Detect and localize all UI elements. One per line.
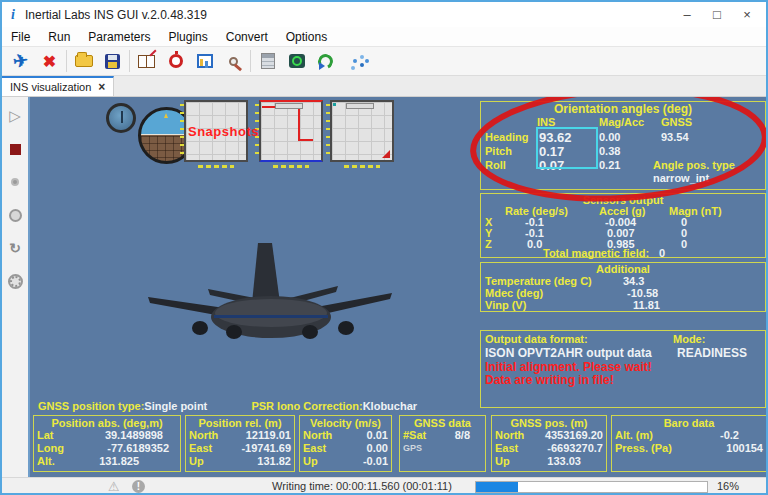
output-format-panel: Output data format: Mode: ISON OPVT2AHR … [480,330,766,408]
save-button[interactable] [98,48,127,74]
compass-button[interactable] [4,270,26,292]
vinp-label: Vinp (V) [485,299,526,311]
up-value: -0.01 [363,455,388,468]
north-label: North [303,429,332,442]
warning-triangle-icon: ⚠ [108,479,120,494]
east-value: -19741.69 [241,442,291,455]
device-power-button[interactable] [282,48,311,74]
writing-warning-text: Data are writing in file! [485,373,614,387]
disconnect-x-icon: ✖ [43,52,56,71]
thumbnail-marks [332,102,392,158]
col-header-magacc: Mag/Acc [599,116,644,128]
tab-bar: INS visualization × [2,76,766,97]
save-floppy-icon [105,54,120,69]
toolbar-separator [129,50,130,72]
convert-button[interactable] [311,48,340,74]
disconnect-button[interactable]: ✖ [35,48,64,74]
calculator-button[interactable] [253,48,282,74]
angle-pos-type-label: Angle pos. type [653,159,735,171]
mdec-value: -10.58 [627,287,658,299]
chart-thumbnail-3[interactable] [330,100,394,162]
tools-button[interactable] [219,48,248,74]
thumbnail-caption [344,165,380,168]
timer-button[interactable] [161,48,190,74]
chart-thumbnail-2[interactable] [259,100,323,162]
gnss-position-type-value: Single point [144,400,207,412]
baro-press-value: 100154 [726,442,763,455]
options-button[interactable] [340,48,369,74]
iono-correction-label: PSR Iono Correction: [251,400,362,412]
total-magnetic-label: Total magnetic field: [543,247,649,259]
temperature-label: Temperature (deg C) [485,275,592,287]
left-toolbar: ▷ ↻ [2,97,30,477]
additional-panel: Additional Temperature (deg C) 34.3 Mdec… [480,262,766,312]
menu-bar: File Run Parameters Plugins Convert Opti… [2,27,766,46]
clock-button[interactable] [4,204,26,226]
connect-button[interactable]: ✈ [6,48,35,74]
sat-count-label: #Sat [403,429,426,442]
thumbnail-legend [275,103,303,109]
tab-ins-visualization[interactable]: INS visualization × [2,76,114,96]
menu-file[interactable]: File [2,28,39,46]
writing-time-text: Writing time: 00:00:11.560 (00:01:11) [252,480,472,492]
heading-gnss-value: 93.54 [661,131,689,143]
z-magn-value: 0 [681,238,687,250]
up-value: 133.03 [547,455,581,468]
connect-airplane-icon: ✈ [11,49,29,73]
alignment-warning-text: Initial alignment. Please wait! [485,360,652,374]
alt-value: 131.825 [99,455,139,468]
close-button[interactable]: × [732,4,762,25]
gnss-data-panel: GNSS data #Sat8/8 GPS [399,415,486,472]
row-label: Roll [485,159,506,171]
plots-button[interactable] [190,48,219,74]
minimize-button[interactable]: – [672,4,702,25]
thumbnail-axis-ticks [180,104,184,158]
mode-label: Mode: [673,333,705,345]
menu-options[interactable]: Options [277,28,336,46]
mdec-label: Mdec (deg) [485,287,543,299]
thumbnail-caption [273,165,309,168]
calculator-icon [261,53,275,69]
snapshots-label: Snapshots [188,124,259,139]
menu-plugins[interactable]: Plugins [159,28,216,46]
north-value: 4353169.20 [545,429,603,442]
iono-correction-value: Klobuchar [363,400,417,412]
play-button[interactable]: ▷ [4,105,26,127]
mode-value: READINESS [677,346,747,360]
window-title: Inertial Labs INS GUI v.2.0.48.319 [25,8,672,22]
menu-parameters[interactable]: Parameters [79,28,159,46]
tab-close-icon[interactable]: × [98,80,105,94]
thumbnail-legend [346,103,374,109]
pitch-magacc-value: 0.38 [599,145,620,157]
gnss-type-line: GNSS position type:Single point PSR Iono… [38,400,417,412]
plots-chart-icon [197,54,213,68]
stop-button[interactable] [4,138,26,160]
north-label: North [495,429,524,442]
play-icon: ▷ [9,107,21,125]
open-folder-icon [75,55,93,67]
temperature-value: 34.3 [623,275,644,287]
thumbnail-axis-ticks [326,104,330,158]
baro-press-label: Press. (Pa) [615,442,672,455]
baro-alt-value: -0.2 [720,429,739,442]
up-label: Up [189,455,204,468]
refresh-button[interactable]: ↻ [4,237,26,259]
magnifier-tool-icon [229,57,238,66]
log-button[interactable] [132,48,161,74]
position-abs-panel: Position abs. (deg,m) Lat39.1489898 Long… [33,415,181,472]
angle-pos-type-value: narrow_int [653,172,709,184]
east-value: -6693270.7 [547,442,603,455]
open-file-button[interactable] [69,48,98,74]
menu-run[interactable]: Run [39,28,79,46]
additional-title: Additional [481,263,765,275]
options-dots-icon [353,59,357,63]
up-label: Up [495,455,510,468]
position-rel-panel: Position rel. (m) North12119.01 East-197… [185,415,295,472]
heading-magacc-value: 0.00 [599,131,620,143]
record-button[interactable] [4,171,26,193]
maximize-button[interactable]: □ [702,4,732,25]
toolbar-separator [66,50,67,72]
menu-convert[interactable]: Convert [217,28,277,46]
north-label: North [189,429,218,442]
compass-icon [8,274,23,289]
